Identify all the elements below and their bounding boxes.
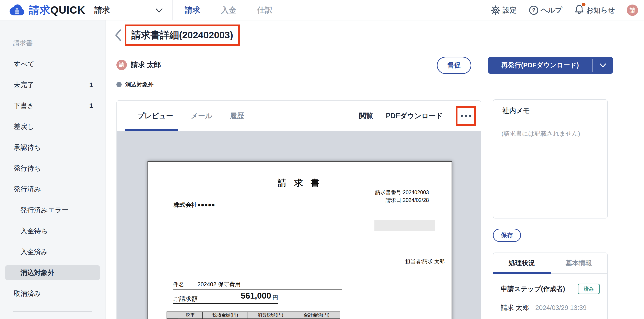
sidebar-item-returned[interactable]: 差戻し: [5, 119, 100, 134]
user-avatar[interactable]: 請: [627, 4, 638, 16]
creator-name: 請求 太郎: [131, 60, 161, 70]
sidebar-item-draft[interactable]: 下書き1: [5, 98, 100, 113]
help-button[interactable]: ? ヘルプ: [528, 5, 562, 16]
svg-text:?: ?: [532, 7, 535, 14]
step-person-row: 請求 太郎 2024/03/29 13:39: [501, 303, 600, 312]
tab-mail[interactable]: メール: [191, 111, 212, 121]
nav-link-shiwake[interactable]: 仕訳: [257, 0, 272, 20]
tab-preview[interactable]: プレビュー: [137, 111, 173, 121]
invoice-recipient: 株式会社●●●●●: [174, 201, 215, 209]
app-logo[interactable]: 請求QUICK: [9, 0, 85, 20]
chevron-down-icon: [599, 63, 606, 68]
gear-icon: [490, 5, 501, 16]
help-icon: ?: [528, 5, 539, 16]
invoice-number: 請求書番号:202402003: [375, 189, 429, 196]
back-chevron-icon[interactable]: [113, 28, 123, 42]
sidebar-item-issued[interactable]: 発行済み: [5, 182, 100, 197]
more-menu-icon[interactable]: [461, 115, 471, 117]
tab-processing-status[interactable]: 処理状況: [493, 253, 550, 273]
settings-label: 設定: [503, 6, 517, 15]
reissue-pdf-label: 再発行(PDFダウンロード): [488, 61, 592, 70]
viewer-actions: 閲覧 PDFダウンロード: [359, 101, 476, 131]
active-tab-underline: [125, 129, 178, 131]
tab-basic-info[interactable]: 基本情報: [550, 253, 607, 273]
page-title: 請求書詳細(202402003): [132, 29, 233, 42]
invoice-amount-unit: 円: [272, 294, 278, 301]
sidebar-item-paid[interactable]: 入金済み: [5, 244, 100, 259]
sidebar-section-title: 請求書: [5, 36, 100, 50]
reissue-pdf-button[interactable]: 再発行(PDFダウンロード): [488, 57, 613, 74]
reissue-dropdown-toggle[interactable]: [593, 63, 613, 68]
invoice-viewer-card: プレビュー メール 履歴 閲覧 PDFダウンロード 請 求 書 請求書番号:20…: [116, 100, 481, 319]
app-logo-text: 請求QUICK: [29, 3, 85, 17]
invoice-staff: 担当者:請求 太郎: [405, 258, 445, 265]
invoice-subject-value: 202402 保守費用: [198, 281, 240, 288]
status-row: 消込対象外: [116, 81, 154, 88]
invoice-amount-value: 561,000: [241, 291, 271, 300]
pdf-download-action[interactable]: PDFダウンロード: [386, 111, 443, 121]
annotation-box-more-menu: [456, 106, 476, 126]
step-person-name: 請求 太郎: [501, 303, 529, 312]
help-label: ヘルプ: [541, 6, 562, 15]
sidebar-item-awaiting-issue[interactable]: 発行待ち: [5, 161, 100, 176]
memo-title: 社内メモ: [493, 100, 607, 122]
status-badge: 消込対象外: [125, 81, 154, 88]
processing-status-card: 処理状況 基本情報 申請ステップ(作成者) 済み 請求 太郎 2024/03/2…: [493, 252, 608, 319]
invoice-amount-label: ご請求額: [173, 295, 198, 303]
save-button[interactable]: 保存: [493, 229, 521, 242]
page-title-row: 請求書詳細(202402003): [113, 24, 240, 46]
redacted-block: [374, 220, 435, 231]
sidebar-divider: [13, 311, 92, 312]
sidebar-item-incomplete[interactable]: 未完了1: [5, 77, 100, 92]
navbar-utilities: 設定 ? ヘルプ お知らせ 請: [490, 0, 638, 20]
sidebar-item-awaiting-approval[interactable]: 承認待ち: [5, 140, 100, 155]
sidebar: 請求書 すべて 未完了1 下書き1 差戻し 承認待ち 発行待ち 発行済み 発行済…: [0, 20, 106, 319]
internal-memo-card: 社内メモ (請求書には記載されません): [493, 100, 608, 218]
sidebar-item-excluded-from-clearing[interactable]: 消込対象外: [5, 265, 100, 280]
invoice-title: 請 求 書: [148, 177, 452, 189]
invoice-tax-table: 税率 税抜金額(円) 消費税額(円) 合計金額(円) 10% 510,000 5…: [166, 312, 340, 319]
amount-underline: [173, 303, 278, 304]
chevron-down-icon: [155, 8, 163, 13]
cloud-logo-icon: [9, 4, 26, 16]
news-button[interactable]: お知らせ: [574, 4, 615, 16]
product-selector[interactable]: 請求: [94, 0, 110, 20]
nav-link-seikyu[interactable]: 請求: [185, 0, 200, 20]
invoice-document: 請 求 書 請求書番号:202402003 請求日:2024/02/28 株式会…: [148, 161, 452, 319]
remind-button[interactable]: 督促: [437, 57, 471, 74]
news-label: お知らせ: [586, 6, 615, 15]
invoice-subject-label: 件名: [173, 281, 184, 288]
creator-avatar: 請: [116, 60, 127, 70]
sidebar-item-all[interactable]: すべて: [5, 56, 100, 72]
application-step-row: 申請ステップ(作成者) 済み: [501, 284, 600, 294]
active-tab-underline: [493, 272, 551, 274]
tab-history[interactable]: 履歴: [230, 111, 244, 121]
sidebar-item-awaiting-payment[interactable]: 入金待ち: [5, 224, 100, 238]
application-step-label: 申請ステップ(作成者): [501, 284, 565, 294]
step-datetime: 2024/03/29 13:39: [535, 304, 586, 312]
count-badge: 1: [89, 102, 93, 110]
app-root: 請求QUICK 請求 請求 入金 仕訳 設定: [0, 0, 644, 319]
status-dot-icon: [116, 82, 122, 87]
settings-button[interactable]: 設定: [490, 5, 517, 16]
subject-underline: [173, 289, 342, 290]
view-action[interactable]: 閲覧: [359, 111, 373, 121]
table-header-row: 税率 税抜金額(円) 消費税額(円) 合計金額(円): [167, 312, 340, 318]
memo-textarea[interactable]: (請求書には記載されません): [493, 122, 607, 218]
main-content: 請求書詳細(202402003) 請 請求 太郎 消込対象外 督促 再発行(PD…: [106, 20, 644, 319]
nav-link-nyukin[interactable]: 入金: [221, 0, 236, 20]
notification-dot: [582, 3, 586, 6]
product-selector-value: 請求: [94, 5, 110, 16]
sidebar-item-cancelled[interactable]: 取消済み: [5, 286, 100, 301]
status-card-tabs: 処理状況 基本情報: [493, 253, 607, 274]
annotation-box-title: 請求書詳細(202402003): [125, 24, 240, 46]
navbar-divider: [172, 0, 173, 20]
viewer-tab-bar: プレビュー メール 履歴 閲覧 PDFダウンロード: [117, 101, 480, 131]
top-navbar: 請求QUICK 請求 請求 入金 仕訳 設定: [0, 0, 644, 20]
count-badge: 1: [89, 81, 93, 89]
done-badge: 済み: [578, 284, 600, 294]
creator-row: 請 請求 太郎: [116, 60, 161, 70]
sidebar-item-issued-error[interactable]: 発行済みエラー: [5, 202, 100, 218]
pdf-preview-canvas: 請 求 書 請求書番号:202402003 請求日:2024/02/28 株式会…: [117, 131, 480, 319]
invoice-date: 請求日:2024/02/28: [386, 197, 429, 204]
